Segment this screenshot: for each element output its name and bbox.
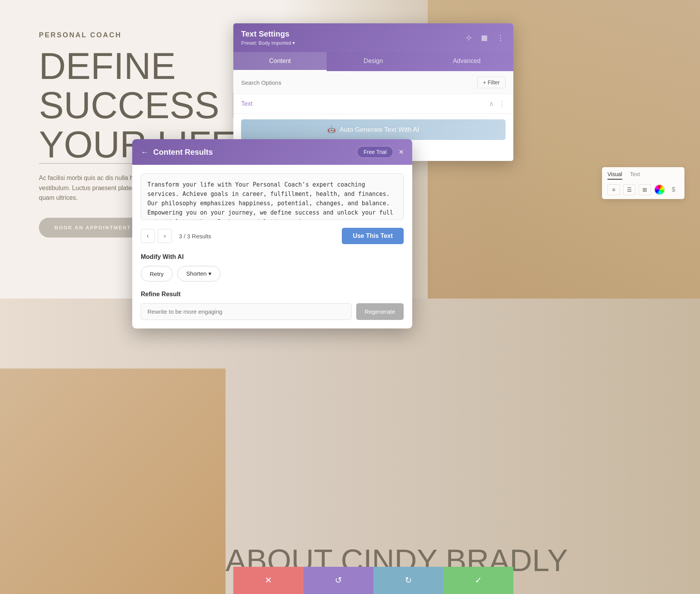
modify-label: Modify With AI	[141, 253, 404, 260]
grid-btn[interactable]: ⊞	[639, 184, 651, 195]
shorten-button[interactable]: Shorten ▾	[177, 266, 220, 281]
modify-buttons: Retry Shorten ▾	[141, 266, 404, 281]
refine-label: Refine Result	[141, 291, 404, 298]
modal-close-button[interactable]: ×	[399, 147, 404, 157]
result-nav-row: ‹ › 3 / 3 Results Use This Text	[141, 228, 404, 244]
ai-icon: 🤖	[327, 126, 336, 134]
columns-icon-btn[interactable]: ▦	[480, 32, 489, 44]
filter-button[interactable]: + Filter	[477, 77, 506, 88]
free-trial-badge[interactable]: Free Trial	[357, 146, 393, 158]
more-icon[interactable]: ⋮	[499, 100, 506, 108]
redo-button[interactable]: ↻	[373, 567, 443, 594]
book-appointment-button[interactable]: BOOK AN APPOINTMENT	[39, 218, 147, 238]
cancel-button[interactable]: ✕	[233, 567, 303, 594]
prev-result-btn[interactable]: ‹	[141, 229, 155, 243]
bottom-action-bar: ✕ ↺ ↻ ✓	[233, 567, 513, 594]
retry-button[interactable]: Retry	[141, 266, 173, 281]
panel-tabs: Content Design Advanced	[233, 52, 513, 71]
result-counter: 3 / 3 Results	[179, 233, 211, 239]
personal-coach-label: PERSONAL COACH	[39, 31, 122, 39]
section-icons: ∧ ⋮	[489, 100, 506, 108]
dollar-icon[interactable]: $	[668, 184, 679, 195]
refine-row: Regenerate	[141, 303, 404, 320]
section-text-label: Text	[241, 100, 252, 107]
save-button[interactable]: ✓	[443, 567, 513, 594]
nav-arrows: ‹ › 3 / 3 Results	[141, 229, 211, 243]
modal-body: ‹ › 3 / 3 Results Use This Text Modify W…	[132, 165, 412, 328]
search-options-input[interactable]	[241, 79, 477, 86]
face-image	[0, 369, 226, 594]
visual-tab[interactable]: Visual	[607, 171, 622, 180]
focus-icon-btn[interactable]: ⊹	[464, 32, 473, 44]
panel-section-header: Text ∧ ⋮	[233, 94, 513, 114]
align-left-btn[interactable]: ≡	[607, 184, 620, 195]
collapse-icon[interactable]: ∧	[489, 100, 494, 108]
use-text-button[interactable]: Use This Text	[342, 228, 404, 244]
modal-title: Content Results	[153, 148, 213, 157]
panel-preset[interactable]: Preset: Body imported ▾	[241, 40, 295, 46]
align-tools: ≡ ☰ ⊞ $	[607, 184, 679, 195]
color-picker[interactable]	[654, 184, 665, 195]
visual-text-tabs: Visual Text	[607, 171, 679, 180]
tab-content[interactable]: Content	[233, 52, 327, 71]
panel-header: Text Settings Preset: Body imported ▾ ⊹ …	[233, 23, 513, 52]
back-arrow-icon[interactable]: ←	[141, 148, 149, 157]
tab-advanced[interactable]: Advanced	[420, 52, 513, 71]
panel-search-row: + Filter	[233, 71, 513, 94]
refine-section: Refine Result Regenerate	[141, 291, 404, 320]
regenerate-button[interactable]: Regenerate	[356, 303, 404, 320]
more-options-btn[interactable]: ⋮	[495, 32, 506, 44]
panel-right-tools: Visual Text ≡ ☰ ⊞ $	[602, 167, 684, 199]
modal-header: ← Content Results Free Trial ×	[132, 139, 412, 165]
tab-design[interactable]: Design	[327, 52, 420, 71]
refine-input[interactable]	[141, 303, 352, 320]
content-results-modal: ← Content Results Free Trial × ‹ › 3 / 3…	[132, 139, 412, 328]
text-tab[interactable]: Text	[630, 171, 640, 180]
undo-button[interactable]: ↺	[303, 567, 373, 594]
auto-generate-btn[interactable]: 🤖 Auto Generate Text With AI	[241, 119, 506, 140]
panel-header-left: Text Settings Preset: Body imported ▾	[241, 30, 295, 46]
panel-title: Text Settings	[241, 30, 295, 38]
modify-section: Modify With AI Retry Shorten ▾	[141, 253, 404, 281]
result-textarea[interactable]	[141, 173, 404, 220]
align-center-btn[interactable]: ☰	[623, 184, 635, 195]
modal-header-left: ← Content Results	[141, 148, 213, 157]
panel-header-right: ⊹ ▦ ⋮	[464, 32, 506, 44]
next-result-btn[interactable]: ›	[158, 229, 172, 243]
auto-generate-label: Auto Generate Text With AI	[340, 126, 419, 134]
